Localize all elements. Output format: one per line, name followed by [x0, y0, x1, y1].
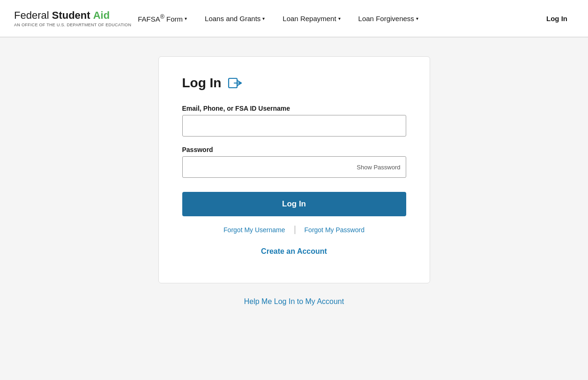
create-account-link[interactable]: Create an Account	[182, 243, 406, 259]
username-group: Email, Phone, or FSA ID Username	[182, 105, 406, 137]
logo: Federal Student Aid An OFFICE of the U.S…	[14, 9, 131, 27]
forgiveness-chevron-icon: ▾	[416, 16, 418, 21]
main-nav: FAFSA® Form ▾ Loans and Grants ▾ Loan Re…	[131, 10, 574, 27]
nav-fafsa-form[interactable]: FAFSA® Form ▾	[131, 10, 194, 27]
repayment-chevron-icon: ▾	[338, 16, 341, 21]
logo-aid: Aid	[93, 9, 110, 21]
nav-login-button[interactable]: Log In	[540, 11, 574, 26]
site-header: Federal Student Aid An OFFICE of the U.S…	[0, 0, 588, 38]
logo-student: Student	[52, 9, 90, 21]
forgot-password-link[interactable]: Forgot My Password	[295, 226, 374, 234]
username-input[interactable]	[182, 115, 406, 137]
login-card: Log In Email, Phone, or FSA ID Username …	[158, 56, 430, 283]
card-title: Log In	[182, 76, 222, 91]
nav-loan-forgiveness[interactable]: Loan Forgiveness ▾	[352, 11, 425, 26]
nav-loans-grants[interactable]: Loans and Grants ▾	[198, 11, 271, 26]
logo-text: Federal Student Aid	[14, 9, 131, 22]
card-title-area: Log In	[182, 76, 406, 91]
help-login-link[interactable]: Help Me Log In to My Account	[244, 297, 344, 306]
login-icon	[228, 76, 243, 91]
forgot-links-row: Forgot My Username Forgot My Password	[182, 226, 406, 234]
login-button[interactable]: Log In	[182, 192, 406, 216]
fafsa-chevron-icon: ▾	[185, 16, 187, 21]
main-content: Log In Email, Phone, or FSA ID Username …	[0, 38, 588, 380]
forgot-username-link[interactable]: Forgot My Username	[214, 226, 294, 234]
show-password-button[interactable]: Show Password	[357, 164, 400, 171]
password-group: Password Show Password	[182, 146, 406, 178]
loans-chevron-icon: ▾	[262, 16, 265, 21]
logo-federal: Federal	[14, 9, 49, 21]
logo-subtitle: An OFFICE of the U.S. DEPARTMENT of EDUC…	[14, 23, 131, 27]
password-label: Password	[182, 146, 406, 153]
nav-loan-repayment[interactable]: Loan Repayment ▾	[276, 11, 347, 26]
username-label: Email, Phone, or FSA ID Username	[182, 105, 406, 112]
password-wrapper: Show Password	[182, 156, 406, 178]
